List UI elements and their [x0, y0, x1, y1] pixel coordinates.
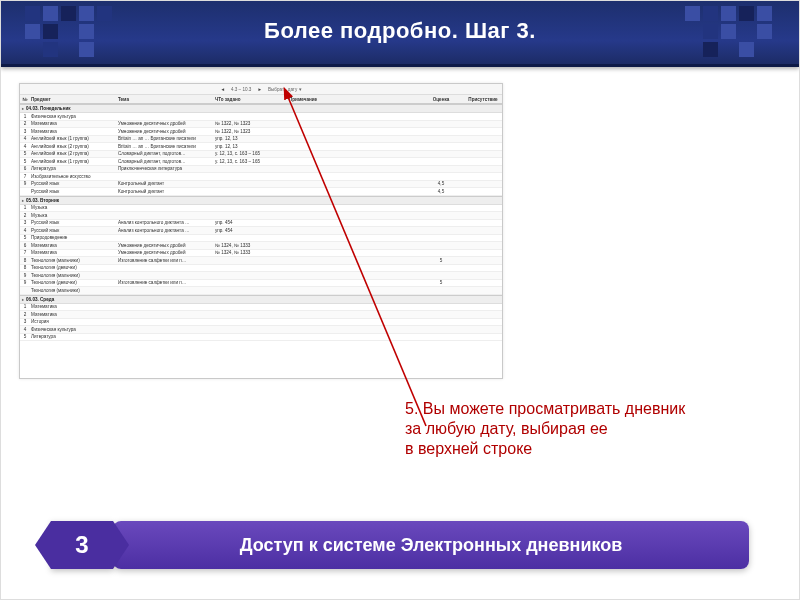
- cell: 5: [20, 151, 30, 156]
- cell: 2: [20, 312, 30, 317]
- cell: 6: [20, 243, 30, 248]
- deco-square: [25, 6, 40, 21]
- cell: Математика: [30, 312, 117, 317]
- cell: № 1324, № 1333: [214, 243, 288, 248]
- cell: Русский язык: [30, 220, 117, 225]
- cell: 5: [20, 334, 30, 339]
- deco-square: [703, 24, 718, 39]
- cell: Математика: [30, 304, 117, 309]
- next-week-button[interactable]: ►: [257, 87, 262, 92]
- cell: Изготовление салфетки или п…: [117, 280, 214, 285]
- cell: 1: [20, 114, 30, 119]
- header-title: Более подробно. Шаг 3.: [1, 18, 799, 44]
- cell: 6: [20, 166, 30, 171]
- date-range-label: 4.3 – 10.3: [231, 87, 251, 92]
- cell: Литература: [30, 166, 117, 171]
- cell: Русский язык: [30, 189, 117, 194]
- table-row: 1Физическая культура: [20, 113, 502, 121]
- cell: 9: [20, 280, 30, 285]
- choose-date-dropdown[interactable]: Выбрать дату ▾: [268, 87, 302, 92]
- table-row: 7МатематикаУмножение десятичных дробей№ …: [20, 250, 502, 258]
- table-row: 8Технология (девочки): [20, 265, 502, 273]
- table-row: 8Технология (мальчики)Изготовление салфе…: [20, 257, 502, 265]
- table-row: 3История: [20, 319, 502, 327]
- table-row: 5Литература: [20, 334, 502, 342]
- cell: Музыка: [30, 205, 117, 210]
- cell: Технология (девочки): [30, 265, 117, 270]
- table-row: 9Технология (девочки)Изготовление салфет…: [20, 280, 502, 288]
- cell: История: [30, 319, 117, 324]
- deco-square: [43, 24, 58, 39]
- deco-square: [721, 6, 736, 21]
- callout-text: 5. Вы можете просматривать дневник за лю…: [405, 399, 765, 459]
- table-row: 1Математика: [20, 304, 502, 312]
- cell: 2: [20, 121, 30, 126]
- cell: упр. 454: [214, 228, 288, 233]
- deco-square: [703, 6, 718, 21]
- cell: Математика: [30, 121, 117, 126]
- deco-square: [757, 6, 772, 21]
- deco-square: [79, 24, 94, 39]
- deco-square: [739, 42, 754, 57]
- cell: 2: [20, 213, 30, 218]
- table-row: 3МатематикаУмножение десятичных дробей№ …: [20, 128, 502, 136]
- cell: Анализ контрольного диктанта …: [117, 220, 214, 225]
- deco-square: [685, 6, 700, 21]
- day-header[interactable]: 05.03. Вторник: [20, 196, 502, 205]
- deco-square: [61, 6, 76, 21]
- cell: Математика: [30, 250, 117, 255]
- cell: Физическая культура: [30, 327, 117, 332]
- date-toolbar: ◄ 4.3 – 10.3 ► Выбрать дату ▾: [20, 84, 502, 95]
- cell: Технология (девочки): [30, 280, 117, 285]
- cell: Английский язык (2 группа): [30, 144, 117, 149]
- cell: Словарный диктант, подготов…: [117, 159, 214, 164]
- cell: упр. 454: [214, 220, 288, 225]
- col-homework: ЧТо задано: [214, 97, 288, 102]
- cell: Словарный диктант, подготов…: [117, 151, 214, 156]
- table-row: 5Английский язык (2 группа)Словарный дик…: [20, 151, 502, 159]
- table-row: 4Английский язык (1 группа)Britain … an …: [20, 136, 502, 144]
- col-topic: Тема: [117, 97, 214, 102]
- cell: 4: [20, 136, 30, 141]
- cell: Физическая культура: [30, 114, 117, 119]
- cell: 3: [20, 220, 30, 225]
- deco-square: [703, 42, 718, 57]
- cell: Природоведение: [30, 235, 117, 240]
- prev-week-button[interactable]: ◄: [220, 87, 225, 92]
- cell: Britain … an … Британские писатели: [117, 144, 214, 149]
- day-header[interactable]: 04.03. Понедельник: [20, 104, 502, 113]
- deco-square: [739, 6, 754, 21]
- table-row: 4Физическая культура: [20, 326, 502, 334]
- header-underline: [1, 64, 799, 67]
- cell: 9: [20, 181, 30, 186]
- table-row: 6МатематикаУмножение десятичных дробей№ …: [20, 242, 502, 250]
- cell: 3: [20, 129, 30, 134]
- cell: 5: [20, 159, 30, 164]
- table-row: Технология (мальчики): [20, 287, 502, 295]
- table-row: 3Русский языкАнализ контрольного диктант…: [20, 220, 502, 228]
- table-row: 6ЛитератураПриключенческая литература: [20, 166, 502, 174]
- header-bar: Более подробно. Шаг 3.: [1, 1, 799, 67]
- day-header[interactable]: 06.03. Среда: [20, 295, 502, 304]
- callout-line3: в верхней строке: [405, 440, 532, 457]
- cell: 5: [20, 235, 30, 240]
- cell: 1: [20, 304, 30, 309]
- cell: № 1322, № 1323: [214, 129, 288, 134]
- cell: упр. 12, 13: [214, 144, 288, 149]
- footer-caption-bar: Доступ к системе Электронных дневников: [113, 521, 749, 569]
- cell: Britain … an … Британские писатели: [117, 136, 214, 141]
- col-subject: Предмет: [30, 97, 117, 102]
- cell: Английский язык (2 группа): [30, 151, 117, 156]
- cell: Умножение десятичных дробей: [117, 250, 214, 255]
- deco-square: [25, 24, 40, 39]
- cell: Литература: [30, 334, 117, 339]
- deco-square: [43, 6, 58, 21]
- table-row: Русский языкКонтрольный диктант4,5: [20, 188, 502, 196]
- table-row: 4Английский язык (2 группа)Britain … an …: [20, 143, 502, 151]
- col-attend: Присутствие: [462, 97, 504, 102]
- cell: Музыка: [30, 213, 117, 218]
- cell: Умножение десятичных дробей: [117, 243, 214, 248]
- cell: Изготовление салфетки или п…: [117, 258, 214, 263]
- table-header: № Предмет Тема ЧТо задано Примечание Оце…: [20, 95, 502, 104]
- deco-square: [79, 42, 94, 57]
